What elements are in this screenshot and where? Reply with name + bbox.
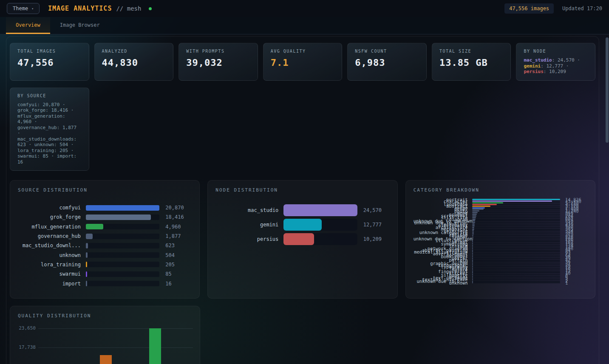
vertical-scrollbar-thumb[interactable] (606, 37, 609, 143)
node-distribution-panel: NODE DISTRIBUTION mac_studio24,570gemini… (207, 180, 397, 299)
stat-value: 7.1 (271, 57, 335, 68)
bar-fill (472, 251, 473, 252)
bar-value: 24,570 (363, 207, 390, 213)
bar-track (472, 277, 560, 279)
bar-track (472, 225, 560, 226)
bar-fill (472, 276, 473, 277)
bar-fill (472, 210, 479, 212)
bar-value: 18,416 (165, 214, 192, 220)
bar-fill (472, 264, 473, 265)
bar-track (472, 279, 560, 280)
node-name: persius (524, 69, 543, 74)
bar-fill (472, 272, 473, 274)
bar-row: mac_studio_downl...623 (18, 241, 192, 250)
stat-card-avg-quality: AVG QUALITY 7.1 (263, 43, 343, 81)
bar-label: import (18, 281, 81, 287)
bar-fill (472, 253, 473, 254)
node-value: : 10,209 (544, 69, 566, 74)
bar-track (472, 253, 560, 254)
bar-track (472, 212, 560, 213)
node-name: gemini (524, 63, 541, 69)
bar-track (283, 219, 357, 231)
app-subtitle: // mesh (116, 5, 141, 12)
bar-fill (472, 240, 473, 241)
bar-track (472, 269, 560, 271)
bar-fill (472, 219, 476, 220)
bar-fill (86, 262, 87, 267)
gridline (38, 347, 193, 348)
bar-label: lora_training (18, 262, 81, 268)
stat-card-total-size: TOTAL SIZE 13.85 GB (432, 43, 511, 81)
stat-card-total-images: TOTAL IMAGES 47,556 (10, 43, 89, 81)
bar-fill (472, 206, 491, 207)
bar-fill (472, 215, 476, 217)
stat-cards-row: TOTAL IMAGES 47,556 ANALYZED 44,830 WITH… (10, 43, 595, 81)
quality-bar (149, 328, 161, 364)
bar-fill (86, 214, 151, 220)
bar-fill (472, 248, 473, 249)
bar-fill (472, 258, 473, 259)
bar-fill (472, 245, 473, 246)
bar-fill (472, 204, 497, 205)
bar-fill (472, 237, 473, 238)
bar-track (86, 234, 159, 239)
bar-fill (472, 220, 476, 221)
bar-track (472, 237, 560, 238)
bar-value: 20,870 (165, 205, 192, 211)
tab-overview[interactable]: Overview (6, 17, 50, 34)
bar-label: governance_hub (18, 233, 81, 239)
gridline (38, 328, 193, 329)
bar-fill (472, 225, 475, 226)
stat-card-by-source: BY SOURCE comfyui: 20,870 · grok_forge: … (10, 87, 89, 171)
bar-track (472, 222, 560, 223)
stat-card-with-prompts: WITH PROMPTS 39,032 (178, 43, 258, 81)
bar-track (472, 250, 560, 251)
bar-fill (472, 222, 475, 223)
bar-track (86, 243, 159, 248)
stat-label: BY SOURCE (17, 93, 82, 98)
bar-track (472, 256, 560, 257)
bottom-row: QUALITY DISTRIBUTION 23,65017,73811,8255… (10, 306, 595, 364)
bar-value: 4,960 (165, 224, 192, 230)
bar-fill (472, 231, 474, 233)
bar-fill (472, 199, 560, 200)
bar-track (472, 214, 560, 215)
bar-fill (472, 246, 473, 248)
bar-track (472, 272, 560, 274)
stat-value: 44,830 (102, 57, 166, 68)
bar-track (472, 207, 560, 209)
stat-label: BY NODE (524, 49, 588, 54)
bar-track (472, 276, 560, 277)
bar-track (472, 231, 560, 233)
bar-track (472, 282, 560, 283)
bar-label: comfyui (18, 205, 81, 211)
bar-label: persius (215, 236, 278, 242)
bar-fill (86, 271, 87, 277)
image-count-badge: 47,556 images (504, 3, 554, 14)
bar-fill (472, 274, 473, 275)
updated-timestamp: Updated 17:20 (562, 6, 602, 11)
bar-track (472, 200, 560, 202)
quality-distribution-panel: QUALITY DISTRIBUTION 23,65017,73811,8255… (10, 306, 200, 364)
bar-fill (86, 281, 87, 286)
bar-track (472, 251, 560, 252)
bar-value: 10,209 (363, 236, 390, 242)
bar-fill (472, 277, 473, 279)
bar-fill (472, 256, 473, 257)
bar-track (86, 224, 159, 229)
stat-label: ANALYZED (102, 49, 166, 54)
bar-value: 85 (165, 271, 192, 277)
tab-image-browser[interactable]: Image Browser (50, 17, 110, 34)
bar-track (472, 199, 560, 200)
bar-track (472, 245, 560, 246)
bar-fill (472, 250, 473, 251)
bar-fill (472, 254, 473, 256)
bar-row: swarmui85 (18, 269, 192, 279)
bar-track (472, 266, 560, 267)
bar-track (472, 219, 560, 220)
node-value: : 12,777 · (541, 63, 569, 69)
bar-fill (86, 205, 159, 211)
stat-card-analyzed: ANALYZED 44,830 (94, 43, 174, 81)
bar-track (472, 233, 560, 234)
theme-button[interactable]: Theme ▾ (7, 3, 40, 14)
